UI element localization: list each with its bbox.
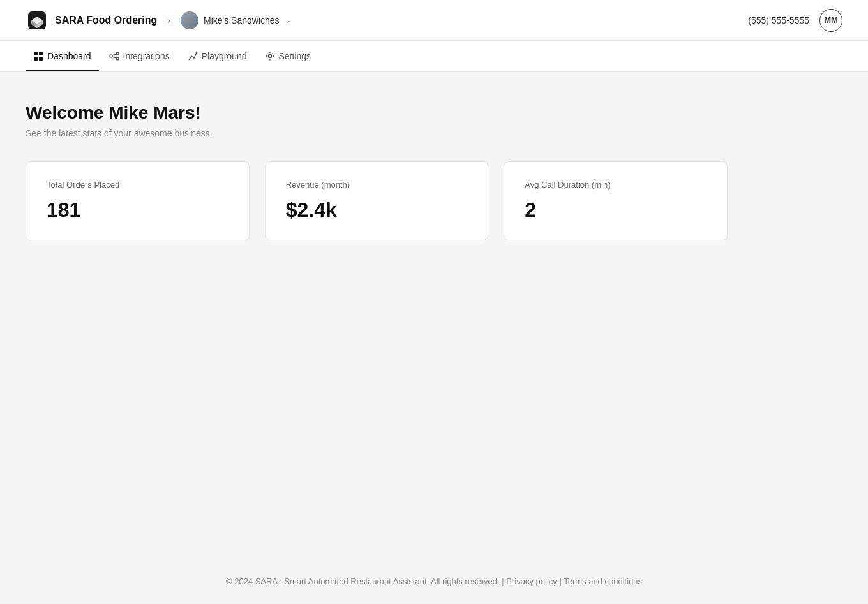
nav-item-playground[interactable]: Playground bbox=[180, 41, 255, 71]
header: SARA Food Ordering › Mike's Sandwiches ⌄… bbox=[0, 0, 868, 41]
main-nav: Dashboard Integrations Playground bbox=[0, 41, 868, 72]
welcome-subtitle: See the latest stats of your awesome bus… bbox=[26, 128, 842, 138]
breadcrumb-separator: › bbox=[167, 15, 170, 26]
nav-label-dashboard: Dashboard bbox=[47, 51, 91, 61]
svg-point-10 bbox=[195, 52, 197, 54]
stat-card-revenue: Revenue (month) $2.4k bbox=[265, 161, 489, 240]
svg-rect-2 bbox=[39, 52, 43, 55]
stat-label-total-orders: Total Orders Placed bbox=[47, 180, 228, 189]
stat-card-total-orders: Total Orders Placed 181 bbox=[26, 161, 250, 240]
nav-item-integrations[interactable]: Integrations bbox=[101, 41, 177, 71]
svg-rect-1 bbox=[34, 52, 38, 55]
restaurant-avatar bbox=[181, 11, 198, 29]
nav-label-settings: Settings bbox=[279, 51, 311, 61]
svg-point-7 bbox=[116, 57, 119, 60]
header-right: (555) 555-5555 MM bbox=[748, 9, 842, 32]
footer: © 2024 SARA : Smart Automated Restaurant… bbox=[0, 559, 868, 604]
stat-value-avg-call: 2 bbox=[525, 198, 707, 222]
stat-value-revenue: $2.4k bbox=[286, 198, 468, 222]
logo-wrapper: SARA Food Ordering bbox=[26, 9, 157, 32]
integrations-icon bbox=[109, 51, 119, 61]
svg-line-9 bbox=[112, 57, 116, 58]
footer-privacy-link[interactable]: Privacy policy bbox=[506, 577, 557, 586]
stats-grid: Total Orders Placed 181 Revenue (month) … bbox=[26, 161, 728, 240]
phone-number: (555) 555-5555 bbox=[748, 15, 809, 26]
nav-item-settings[interactable]: Settings bbox=[257, 41, 319, 71]
nav-label-playground: Playground bbox=[202, 51, 247, 61]
svg-rect-3 bbox=[34, 57, 38, 61]
nav-item-dashboard[interactable]: Dashboard bbox=[26, 41, 99, 71]
stat-label-avg-call: Avg Call Duration (min) bbox=[525, 180, 707, 189]
settings-icon bbox=[265, 51, 275, 61]
stat-card-avg-call: Avg Call Duration (min) 2 bbox=[504, 161, 728, 240]
nav-label-integrations: Integrations bbox=[123, 51, 170, 61]
svg-line-8 bbox=[112, 54, 116, 55]
sara-logo-icon bbox=[26, 9, 49, 32]
stat-value-total-orders: 181 bbox=[47, 198, 228, 222]
main-content: Welcome Mike Mars! See the latest stats … bbox=[0, 72, 868, 559]
svg-point-6 bbox=[116, 52, 119, 55]
restaurant-selector[interactable]: Mike's Sandwiches ⌄ bbox=[181, 11, 291, 29]
playground-icon bbox=[188, 51, 198, 61]
welcome-title: Welcome Mike Mars! bbox=[26, 103, 842, 123]
restaurant-name: Mike's Sandwiches bbox=[204, 15, 280, 26]
svg-rect-4 bbox=[39, 57, 43, 61]
app-title: SARA Food Ordering bbox=[55, 15, 157, 26]
grid-icon bbox=[33, 51, 43, 61]
stat-label-revenue: Revenue (month) bbox=[286, 180, 468, 189]
chevron-down-icon: ⌄ bbox=[285, 16, 291, 25]
footer-copyright: © 2024 SARA : Smart Automated Restaurant… bbox=[226, 577, 500, 586]
user-avatar[interactable]: MM bbox=[819, 9, 842, 32]
footer-terms-link[interactable]: Terms and conditions bbox=[564, 577, 642, 586]
svg-point-11 bbox=[268, 55, 271, 58]
header-left: SARA Food Ordering › Mike's Sandwiches ⌄ bbox=[26, 9, 291, 32]
svg-point-5 bbox=[110, 55, 112, 57]
